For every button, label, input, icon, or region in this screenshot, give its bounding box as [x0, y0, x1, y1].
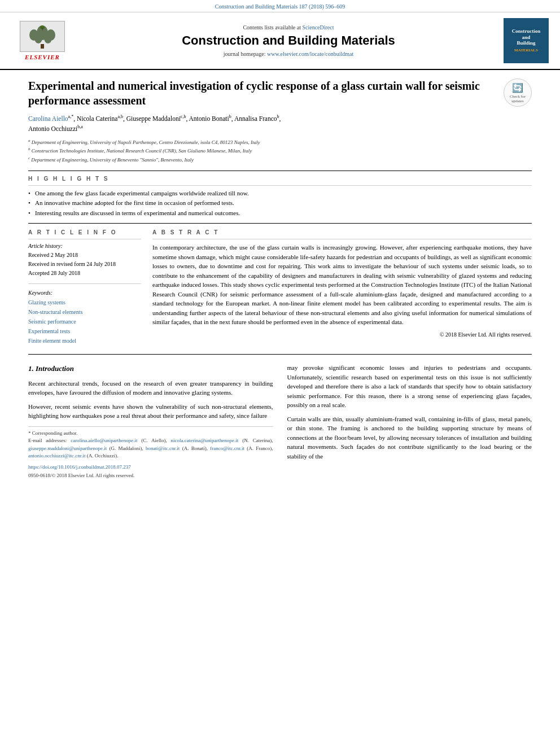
right-para-1: may provoke significant economic losses … — [287, 363, 532, 410]
intro-section: 1. Introduction Recent architectural tre… — [28, 363, 532, 480]
body-two-col: 1. Introduction Recent architectural tre… — [28, 363, 532, 480]
journal-homepage: journal homepage: www.elsevier.com/locat… — [79, 51, 498, 57]
header-divider — [28, 171, 532, 171]
journal-header: 🌳 ELSEVIER Contents lists available at — [0, 12, 560, 70]
paper-header: Experimental and numerical investigation… — [28, 78, 532, 164]
highlight-item: An innovative machine adopted for the fi… — [28, 199, 532, 207]
corresponding-author-note: * Corresponding author. — [28, 430, 273, 438]
article-info-heading: A R T I C L E I N F O — [28, 229, 141, 235]
email-occhiuzzi[interactable]: antonio.occhiuzzi@itc.cnr.it — [28, 453, 86, 458]
contents-line: Contents lists available at ScienceDirec… — [79, 24, 498, 30]
doi-section: https://doi.org/10.1016/j.conbuildmat.20… — [28, 464, 273, 471]
email-nicola[interactable]: nicola.caterina@uniparthenope.it — [171, 438, 239, 443]
affiliations: a Department of Engineering, University … — [28, 138, 532, 164]
abstract-heading: A B S T R A C T — [152, 229, 532, 235]
abstract-divider — [28, 354, 532, 355]
keyword-seismic[interactable]: Seismic performance — [28, 317, 141, 326]
check-updates-badge: 🔄 Check for updates — [504, 78, 532, 107]
cbm-logo-box: ConstructionandBuilding MATERIALS — [504, 18, 549, 63]
homepage-url: www.elsevier.com/locate/conbuildmat — [267, 51, 353, 57]
highlight-item: One among the few glass facade experimen… — [28, 189, 532, 198]
body-right-col: may provoke significant economic losses … — [287, 363, 532, 480]
intro-para-2: However, recent seismic events have show… — [28, 402, 273, 421]
elsevier-brand-text: ELSEVIER — [25, 54, 60, 60]
article-info-col: A R T I C L E I N F O Article history: R… — [28, 229, 141, 346]
highlight-item: Interesting results are discussed in ter… — [28, 209, 532, 217]
article-info-abstract-section: A R T I C L E I N F O Article history: R… — [28, 229, 532, 346]
journal-center: Contents lists available at ScienceDirec… — [73, 24, 504, 57]
body-left-col: 1. Introduction Recent architectural tre… — [28, 363, 273, 480]
email-bonati[interactable]: bonati@itc.cnr.it — [146, 445, 180, 451]
email-giuseppe[interactable]: giuseppe.maddaloni@uniparthenope.it — [28, 445, 107, 451]
journal-reference-bar: Construction and Building Materials 187 … — [0, 0, 560, 12]
sciencedirect-link[interactable]: ScienceDirect — [302, 24, 334, 30]
author-carolina[interactable]: Carolina Aiello — [28, 115, 68, 122]
highlights-heading: H I G H L I G H T S — [28, 176, 532, 182]
keyword-fem[interactable]: Finite element model — [28, 336, 141, 346]
authors-line: Carolina Aielloa,*, Nicola Caterinaa,b, … — [28, 113, 532, 134]
highlights-list: One among the few glass facade experimen… — [28, 189, 532, 217]
cbm-logo: ConstructionandBuilding MATERIALS — [504, 18, 549, 63]
journal-title: Construction and Building Materials — [79, 33, 498, 48]
email-carolina[interactable]: carolina.aiello@uniparthenope.it — [71, 438, 137, 443]
abstract-text: In contemporary architecture, the use of… — [152, 243, 532, 327]
paper-title: Experimental and numerical investigation… — [28, 78, 498, 108]
svg-point-5 — [34, 33, 42, 43]
main-content: Experimental and numerical investigation… — [0, 70, 560, 488]
svg-point-6 — [44, 33, 52, 43]
elsevier-tree-graphic: 🌳 — [20, 21, 65, 52]
intro-para-1: Recent architectural trends, focused on … — [28, 379, 273, 397]
highlights-divider — [28, 223, 532, 224]
highlights-section: H I G H L I G H T S One among the few gl… — [28, 176, 532, 217]
intro-heading: 1. Introduction — [28, 363, 273, 374]
doi-link[interactable]: https://doi.org/10.1016/j.conbuildmat.20… — [28, 464, 131, 470]
footnote-section: * Corresponding author. E-mail addresses… — [28, 426, 273, 480]
email-franco[interactable]: franco@itc.cnr.it — [210, 445, 244, 451]
svg-rect-7 — [41, 44, 44, 49]
keywords-section: Keywords: Glazing systems Non-structural… — [28, 290, 141, 346]
keyword-nonstructural[interactable]: Non-structural elements — [28, 307, 141, 317]
article-history: Article history: Received 2 May 2018 Rec… — [28, 243, 141, 278]
elsevier-logo: 🌳 ELSEVIER — [11, 21, 73, 60]
right-para-2: Curtain walls are thin, usually aluminiu… — [287, 414, 532, 461]
keyword-glazing[interactable]: Glazing systems — [28, 298, 141, 307]
email-footnote: E-mail addresses: carolina.aiello@unipar… — [28, 437, 273, 460]
keyword-experimental[interactable]: Experimental tests — [28, 326, 141, 336]
issn-text: 0950-0618/© 2018 Elsevier Ltd. All right… — [28, 472, 273, 480]
abstract-col: A B S T R A C T In contemporary architec… — [152, 229, 532, 346]
journal-reference: Construction and Building Materials 187 … — [215, 3, 345, 10]
copyright-text: © 2018 Elsevier Ltd. All rights reserved… — [152, 331, 532, 338]
